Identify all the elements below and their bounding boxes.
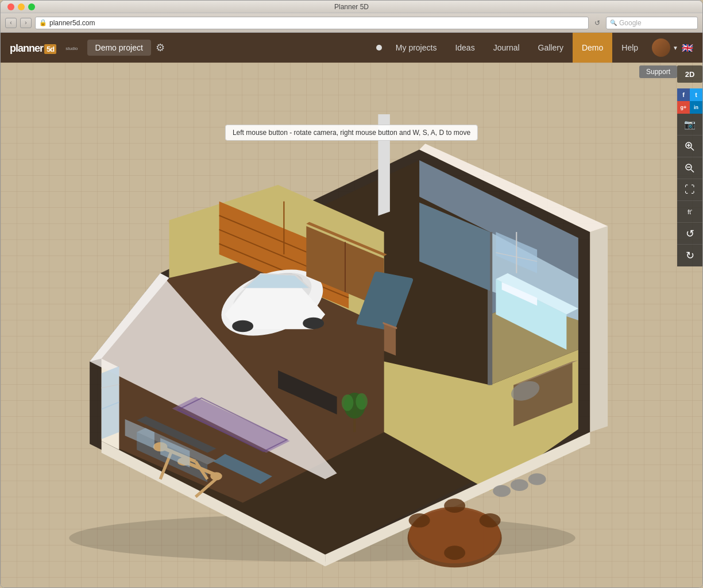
svg-point-66	[528, 473, 546, 485]
nav-item-myprojects[interactable]: My projects	[387, 33, 446, 63]
user-avatar	[652, 38, 670, 57]
back-button[interactable]: ‹	[5, 18, 17, 28]
nav-items: My projects Ideas Journal Gallery Demo H…	[387, 33, 647, 63]
logo-text: planner5d	[10, 41, 56, 55]
browser-frame: Planner 5D ‹ › 🔒 planner5d.com ↺ 🔍 Googl…	[0, 0, 703, 588]
svg-point-60	[409, 513, 430, 528]
screenshot-button[interactable]: 📷	[677, 114, 702, 136]
svg-point-65	[511, 479, 528, 492]
svg-point-62	[444, 498, 465, 513]
close-button[interactable]	[7, 3, 14, 10]
user-menu[interactable]: ▼	[652, 38, 678, 57]
logo-5d-badge: 5d	[44, 44, 56, 54]
svg-point-63	[444, 546, 465, 560]
nav-item-help[interactable]: Help	[612, 33, 647, 63]
undo-button[interactable]: ↺	[677, 223, 702, 245]
zoom-out-button[interactable]	[677, 157, 702, 179]
reload-button[interactable]: ↺	[592, 18, 602, 28]
project-name[interactable]: Demo project	[87, 40, 151, 56]
nav-item-ideas[interactable]: Ideas	[446, 33, 484, 63]
app-container: planner5d studio Demo project ⚙ My proje…	[1, 33, 702, 587]
search-icon: 🔍	[610, 20, 617, 26]
floorplan-viewport[interactable]	[35, 114, 609, 585]
twitter-button[interactable]: t	[690, 88, 702, 101]
svg-point-36	[303, 318, 324, 330]
address-bar[interactable]: 🔒 planner5d.com	[35, 17, 589, 29]
view-2d-button[interactable]: 2D	[677, 65, 702, 83]
forward-button[interactable]: ›	[20, 18, 32, 28]
googleplus-button[interactable]: g+	[677, 101, 690, 114]
svg-line-5	[691, 169, 694, 172]
redo-button[interactable]: ↻	[677, 245, 702, 266]
svg-point-73	[356, 393, 368, 410]
svg-point-72	[342, 394, 354, 411]
linkedin-button[interactable]: in	[690, 101, 702, 114]
zoom-in-button[interactable]	[677, 136, 702, 157]
support-label: Support	[639, 65, 677, 78]
svg-point-64	[493, 485, 511, 497]
top-nav: planner5d studio Demo project ⚙ My proje…	[1, 33, 702, 63]
traffic-lights	[7, 3, 35, 10]
logo-subtitle: studio	[65, 46, 78, 51]
browser-titlebar: Planner 5D	[1, 1, 702, 13]
logo-planner: planner	[10, 42, 43, 54]
nav-item-demo[interactable]: Demo	[573, 33, 612, 63]
units-button[interactable]: ft'	[677, 201, 702, 223]
minimize-button[interactable]	[18, 3, 25, 10]
search-bar[interactable]: 🔍 Google	[606, 17, 698, 29]
fullscreen-button[interactable]: ⛶	[677, 179, 702, 201]
social-panel: f t g+ in 📷 ⛶ ft' ↺ ↻	[677, 88, 702, 266]
nav-separator-dot	[376, 45, 382, 51]
floorplan-svg	[35, 114, 609, 585]
url-display: planner5d.com	[49, 19, 95, 27]
search-placeholder: Google	[619, 19, 642, 27]
logo: planner5d	[10, 41, 56, 55]
svg-point-35	[232, 320, 253, 332]
facebook-button[interactable]: f	[677, 88, 690, 101]
browser-toolbar: ‹ › 🔒 planner5d.com ↺ 🔍 Google	[1, 13, 702, 33]
svg-line-1	[691, 148, 694, 150]
user-dropdown-arrow: ▼	[673, 45, 678, 51]
viewport[interactable]: Left mouse button - rotate camera, right…	[1, 63, 702, 587]
svg-point-61	[480, 513, 501, 528]
settings-button[interactable]: ⚙	[156, 41, 165, 54]
svg-marker-77	[384, 323, 396, 355]
svg-marker-19	[590, 226, 608, 432]
nav-item-journal[interactable]: Journal	[484, 33, 529, 63]
flag-icon[interactable]: 🇬🇧	[682, 42, 693, 53]
maximize-button[interactable]	[28, 3, 35, 10]
camera-tooltip: Left mouse button - rotate camera, right…	[225, 125, 478, 141]
browser-title: Planner 5D	[334, 3, 369, 11]
nav-item-gallery[interactable]: Gallery	[529, 33, 573, 63]
support-button[interactable]: Support	[639, 65, 677, 78]
